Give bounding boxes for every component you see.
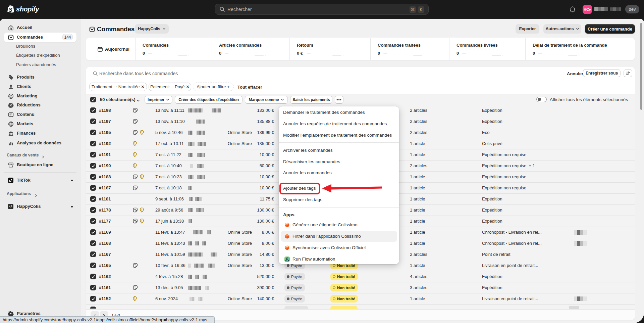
svg-text:S: S — [9, 7, 12, 13]
